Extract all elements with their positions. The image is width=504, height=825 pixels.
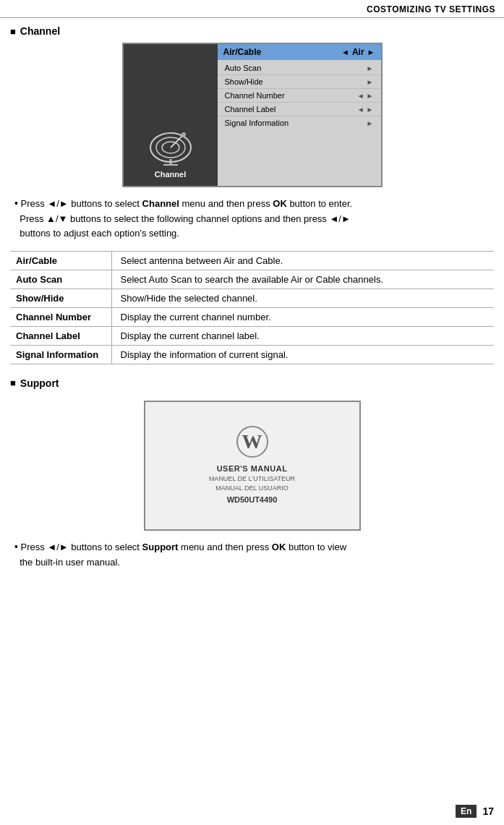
svg-point-4: [181, 132, 186, 137]
tv-menu-header: Air/Cable ◄ Air ►: [218, 44, 381, 60]
channel-tv-screen-container: Channel Air/Cable ◄ Air ► Auto Sc: [10, 43, 494, 187]
table-cell-description: Display the current channel label.: [111, 326, 494, 345]
table-row: Signal Information Display the informati…: [10, 345, 494, 364]
table-cell-option: Air/Cable: [10, 251, 111, 270]
support-screen: W USER'S MANUAL MANUEL DE L'UTILISATEUR …: [144, 401, 361, 531]
manual-subtitle-es: MANUAL DEL USUARIO: [209, 484, 295, 493]
left-arrow-icon: ◄: [357, 92, 364, 100]
tv-menu-header-val-text: Air: [352, 47, 364, 57]
table-cell-description: Select Auto Scan to search the available…: [111, 270, 494, 288]
tv-menu-header-label: Air/Cable: [223, 47, 262, 57]
right-arrow-icon: ►: [367, 119, 374, 127]
manual-text-block: USER'S MANUAL MANUEL DE L'UTILISATEUR MA…: [209, 463, 295, 505]
table-cell-option: Show/Hide: [10, 288, 111, 307]
page-footer: En 17: [456, 805, 494, 818]
tv-menu-item-showhide: Show/Hide ►: [218, 75, 381, 89]
tv-left-panel: Channel: [124, 44, 218, 186]
tv-menu-item-channelnumber: Channel Number ◄ ►: [218, 89, 381, 103]
tv-menu-item-signalinfo: Signal Information ►: [218, 116, 381, 129]
channel-section: Channel Channel: [10, 25, 494, 364]
table-cell-description: Display the information of current signa…: [111, 345, 494, 364]
channel-tv-screen: Channel Air/Cable ◄ Air ► Auto Sc: [122, 43, 383, 187]
manual-model-number: WD50UT4490: [209, 495, 295, 505]
tv-menu-header-value: ◄ Air ►: [341, 47, 375, 57]
bullet-icon: •: [14, 541, 18, 552]
channel-options-table: Air/Cable Select antenna between Air and…: [10, 251, 494, 364]
right-arrow-icon: ►: [367, 78, 374, 86]
support-description: • Press ◄/► buttons to select Support me…: [10, 539, 494, 570]
tv-menu-panel: Air/Cable ◄ Air ► Auto Scan ►: [218, 44, 381, 186]
right-arrow-icon: ►: [367, 92, 374, 100]
right-arrow-header-icon: ►: [367, 48, 375, 56]
page-number: 17: [482, 805, 494, 817]
table-row: Auto Scan Select Auto Scan to search the…: [10, 270, 494, 288]
table-cell-option: Signal Information: [10, 345, 111, 364]
table-cell-description: Display the current channel number.: [111, 307, 494, 326]
bullet-icon: •: [14, 197, 18, 209]
tv-menu-item-channellabel: Channel Label ◄ ►: [218, 103, 381, 116]
channel-section-title: Channel: [10, 25, 494, 37]
tv-menu-items: Auto Scan ► Show/Hide ► Chan: [218, 60, 381, 186]
left-arrow-icon: ◄: [357, 106, 364, 114]
table-row: Channel Label Display the current channe…: [10, 326, 494, 345]
table-row: Channel Number Display the current chann…: [10, 307, 494, 326]
tv-menu-item-autoscan: Auto Scan ►: [218, 61, 381, 75]
channel-description: • Press ◄/► buttons to select Channel me…: [10, 196, 494, 241]
table-cell-option: Channel Label: [10, 326, 111, 345]
table-cell-description: Show/Hide the selected channel.: [111, 288, 494, 307]
table-cell-description: Select antenna between Air and Cable.: [111, 251, 494, 270]
channel-left-label: Channel: [155, 170, 186, 179]
table-cell-option: Auto Scan: [10, 270, 111, 288]
brand-logo-icon: W: [236, 426, 268, 458]
table-cell-option: Channel Number: [10, 307, 111, 326]
support-section-title: Support: [10, 377, 494, 389]
dish-icon: [145, 127, 196, 167]
right-arrow-icon: ►: [367, 106, 374, 114]
table-row: Air/Cable Select antenna between Air and…: [10, 251, 494, 270]
page-header: COSTOMIZING TV SETTINGS: [0, 0, 504, 18]
right-arrow-icon: ►: [367, 64, 374, 72]
left-arrow-header-icon: ◄: [341, 48, 349, 56]
manual-subtitle-fr: MANUEL DE L'UTILISATEUR: [209, 474, 295, 484]
support-section: Support W USER'S MANUAL MANUEL DE L'UTIL…: [10, 377, 494, 570]
manual-title: USER'S MANUAL: [209, 463, 295, 474]
support-screen-container: W USER'S MANUAL MANUEL DE L'UTILISATEUR …: [10, 401, 494, 531]
table-row: Show/Hide Show/Hide the selected channel…: [10, 288, 494, 307]
page-title: COSTOMIZING TV SETTINGS: [367, 4, 495, 14]
lang-badge: En: [456, 805, 477, 818]
